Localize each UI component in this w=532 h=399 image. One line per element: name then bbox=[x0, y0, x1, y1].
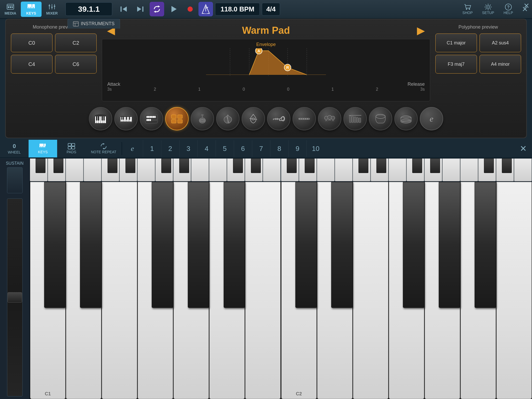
inst-pad-button[interactable] bbox=[165, 107, 189, 130]
inst-choir-button[interactable] bbox=[318, 107, 341, 130]
preset-3-button[interactable]: 3 bbox=[179, 140, 197, 157]
mini-black-key[interactable] bbox=[54, 158, 63, 173]
instruments-tab[interactable]: INSTRUMENTS bbox=[68, 19, 120, 29]
keys-button[interactable]: KEYS bbox=[21, 2, 42, 17]
setup-button[interactable]: SETUP bbox=[477, 2, 499, 16]
mixer-button[interactable]: MIXER bbox=[42, 2, 62, 17]
mini-white-key[interactable] bbox=[460, 158, 478, 181]
preset-5-button[interactable]: 5 bbox=[216, 140, 234, 157]
note-repeat-nav-item[interactable]: NOTE REPEAT bbox=[86, 140, 122, 157]
wheel-nav-item[interactable]: 0 WHEEL bbox=[0, 140, 29, 157]
main-white-key[interactable] bbox=[102, 182, 137, 399]
mini-black-key[interactable] bbox=[358, 158, 368, 173]
mini-white-key[interactable] bbox=[514, 158, 532, 181]
inst-snare-button[interactable] bbox=[394, 107, 418, 130]
mini-black-key[interactable] bbox=[36, 158, 45, 173]
preset-7-button[interactable]: 7 bbox=[252, 140, 270, 157]
mono-c4-btn[interactable]: C4 bbox=[11, 55, 52, 74]
mini-black-key[interactable] bbox=[287, 158, 297, 173]
mono-c6-btn[interactable]: C6 bbox=[55, 55, 97, 74]
help-button[interactable]: ? HELP bbox=[499, 2, 518, 16]
mini-white-key[interactable] bbox=[442, 158, 460, 181]
mini-black-key[interactable] bbox=[108, 158, 117, 173]
main-black-key[interactable] bbox=[188, 182, 209, 308]
skip-end-button[interactable] bbox=[133, 2, 148, 16]
poly-a2sus4-btn[interactable]: A2 sus4 bbox=[480, 34, 521, 52]
mini-black-key[interactable] bbox=[376, 158, 386, 173]
mini-white-key[interactable] bbox=[389, 158, 406, 181]
inst-custom-button[interactable]: e bbox=[420, 107, 443, 130]
inst-violin-button[interactable] bbox=[242, 107, 265, 130]
main-black-key[interactable] bbox=[152, 182, 173, 308]
mini-black-key[interactable] bbox=[502, 158, 512, 173]
position-display[interactable]: 39.1.1 bbox=[65, 2, 112, 16]
main-black-key[interactable] bbox=[224, 182, 245, 308]
main-black-key[interactable] bbox=[439, 182, 460, 308]
mini-white-key[interactable] bbox=[317, 158, 335, 181]
inst-flute-button[interactable] bbox=[292, 107, 316, 130]
mini-black-key[interactable] bbox=[484, 158, 494, 173]
mini-white-key[interactable] bbox=[84, 158, 101, 181]
record-button[interactable] bbox=[183, 2, 197, 16]
mono-c0-btn[interactable]: C0 bbox=[11, 34, 52, 52]
preset-9-button[interactable]: 9 bbox=[288, 140, 307, 157]
play-button[interactable] bbox=[166, 2, 181, 16]
mini-black-key[interactable] bbox=[412, 158, 422, 173]
poly-c1maj-btn[interactable]: C1 major bbox=[435, 34, 477, 52]
inst-djembe-button[interactable] bbox=[369, 107, 392, 130]
preset-8-button[interactable]: 8 bbox=[270, 140, 288, 157]
next-patch-button[interactable]: ▶ bbox=[412, 24, 430, 36]
main-black-key[interactable] bbox=[331, 182, 353, 308]
main-black-key[interactable] bbox=[295, 182, 317, 308]
mini-black-key[interactable] bbox=[430, 158, 440, 173]
pitch-wheel[interactable] bbox=[7, 198, 23, 396]
main-black-key[interactable] bbox=[80, 182, 102, 308]
preset-10-button[interactable]: 10 bbox=[307, 140, 325, 157]
main-black-key[interactable] bbox=[44, 182, 66, 308]
preset-1-button[interactable]: 1 bbox=[143, 140, 161, 157]
mini-black-key[interactable] bbox=[125, 158, 135, 173]
nav-close-button[interactable]: ✕ bbox=[515, 144, 532, 154]
skip-start-button[interactable] bbox=[116, 2, 131, 16]
metronome-button[interactable] bbox=[198, 2, 213, 16]
inst-marimba-button[interactable] bbox=[343, 107, 367, 130]
shop-button[interactable]: SHOP bbox=[458, 2, 477, 16]
mini-black-key[interactable] bbox=[179, 158, 189, 173]
main-black-key[interactable] bbox=[475, 182, 496, 308]
poly-a4min-btn[interactable]: A4 minor bbox=[480, 55, 521, 74]
time-sig-display[interactable]: 4/4 bbox=[262, 3, 280, 16]
inst-organ-button[interactable] bbox=[140, 107, 163, 130]
mini-black-key[interactable] bbox=[161, 158, 171, 173]
inst-piano-button[interactable] bbox=[89, 107, 112, 130]
mini-white-key[interactable] bbox=[335, 158, 353, 181]
mono-c2-btn[interactable]: C2 bbox=[55, 34, 97, 52]
pads-nav-item[interactable]: PADS bbox=[57, 140, 86, 157]
mini-black-key[interactable] bbox=[251, 158, 261, 173]
panel-close-button[interactable]: ✕ bbox=[523, 2, 529, 10]
preset-2-button[interactable]: 2 bbox=[161, 140, 179, 157]
mini-black-key[interactable] bbox=[305, 158, 315, 173]
sustain-bar[interactable] bbox=[7, 167, 23, 193]
preset-6-button[interactable]: 6 bbox=[234, 140, 252, 157]
inst-trumpet-button[interactable] bbox=[267, 107, 290, 130]
mini-white-key[interactable] bbox=[191, 158, 209, 181]
mini-black-key[interactable] bbox=[233, 158, 243, 173]
mini-white-key[interactable] bbox=[137, 158, 155, 181]
loop-button[interactable] bbox=[150, 2, 164, 16]
mini-white-key[interactable] bbox=[263, 158, 281, 181]
mini-white-key[interactable] bbox=[66, 158, 83, 181]
preset-4-button[interactable]: 4 bbox=[197, 140, 216, 157]
preset-e-button[interactable]: e bbox=[124, 140, 141, 157]
media-button[interactable]: MEDIA bbox=[0, 2, 21, 17]
inst-bass-button[interactable] bbox=[216, 107, 240, 130]
bpm-display[interactable]: 118.0 BPM bbox=[215, 3, 260, 16]
poly-f3maj7-btn[interactable]: F3 maj7 bbox=[435, 55, 477, 74]
mini-white-key[interactable] bbox=[209, 158, 227, 181]
main-black-key[interactable] bbox=[403, 182, 424, 308]
main-white-key[interactable] bbox=[353, 182, 388, 399]
keys-nav-item[interactable]: KEYS bbox=[29, 140, 57, 157]
main-white-key[interactable] bbox=[496, 182, 532, 399]
inst-guitar-button[interactable] bbox=[191, 107, 214, 130]
inst-epiano-button[interactable] bbox=[114, 107, 138, 130]
main-white-key[interactable] bbox=[245, 182, 281, 399]
